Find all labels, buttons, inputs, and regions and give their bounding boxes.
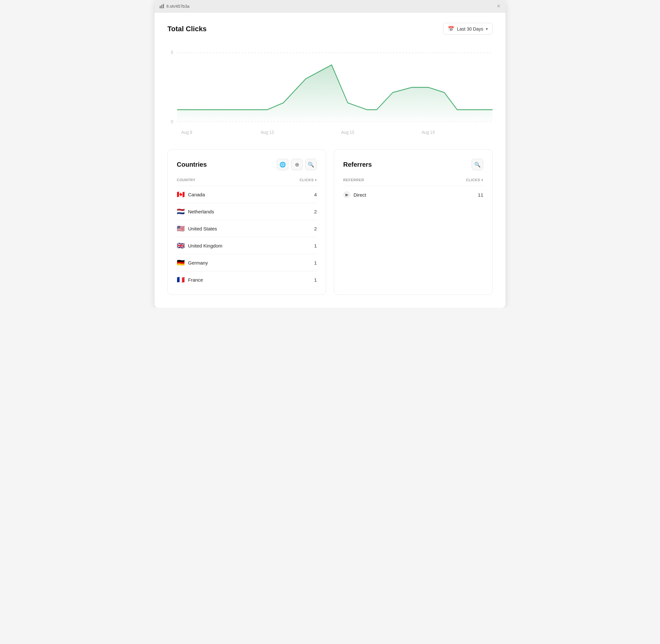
referrers-search-button[interactable]: 🔍 — [472, 159, 483, 170]
titlebar-url: fr.sh/457b3a — [166, 4, 190, 9]
date-filter-label: Last 30 Days — [457, 26, 483, 31]
countries-panel: Countries 🌐 ⊕ 🔍 — [167, 150, 326, 295]
country-clicks: 4 — [278, 186, 317, 203]
country-cell: 🇫🇷 France — [177, 271, 278, 289]
table-row: 🇨🇦 Canada 4 — [177, 186, 317, 203]
country-name: Germany — [188, 260, 208, 266]
table-row: 🇫🇷 France 1 — [177, 271, 317, 289]
chevron-down-icon: ▾ — [486, 27, 488, 31]
svg-text:Aug 15: Aug 15 — [341, 130, 354, 135]
chart-container: 5 0 Aug 8 Aug 13 Aug 15 Aug 19 — [167, 43, 493, 139]
direct-icon: ▶ — [343, 191, 350, 198]
table-row: 🇳🇱 Netherlands 2 — [177, 203, 317, 220]
referrers-title: Referrers — [343, 161, 372, 168]
country-flag: 🇨🇦 — [177, 191, 185, 198]
country-flag: 🇬🇧 — [177, 242, 185, 249]
country-clicks: 2 — [278, 220, 317, 237]
sort-icon: ▾ — [481, 178, 483, 182]
country-flag: 🇫🇷 — [177, 276, 185, 283]
sort-icon: ▾ — [315, 178, 317, 182]
close-button[interactable]: × — [497, 3, 500, 9]
date-filter-button[interactable]: 📅 Last 30 Days ▾ — [443, 23, 493, 35]
referrers-table: REFERRER CLICKS ▾ ▶ — [343, 178, 483, 203]
svg-text:Aug 13: Aug 13 — [260, 130, 274, 135]
table-row: 🇺🇸 United States 2 — [177, 220, 317, 237]
country-column-header: COUNTRY — [177, 178, 278, 186]
country-name: Canada — [188, 192, 205, 197]
globe-view-button[interactable]: 🌐 — [277, 159, 289, 170]
country-name: Netherlands — [188, 209, 214, 214]
countries-actions: 🌐 ⊕ 🔍 — [277, 159, 317, 170]
countries-title: Countries — [177, 161, 207, 168]
country-cell: 🇳🇱 Netherlands — [177, 203, 278, 220]
svg-text:0: 0 — [171, 119, 173, 124]
country-name: United Kingdom — [188, 243, 223, 249]
referrers-panel: Referrers 🔍 REFERRER CLICKS — [334, 150, 493, 295]
country-clicks-column-header: CLICKS ▾ — [278, 178, 317, 186]
country-name: France — [188, 277, 203, 282]
country-clicks: 1 — [278, 271, 317, 289]
country-flag: 🇩🇪 — [177, 259, 185, 266]
referrers-actions: 🔍 — [472, 159, 483, 170]
table-row: 🇩🇪 Germany 1 — [177, 254, 317, 271]
globe-icon: 🌐 — [279, 162, 286, 168]
countries-table: COUNTRY CLICKS ▾ 🇨🇦 — [177, 178, 317, 288]
svg-text:Aug 8: Aug 8 — [181, 130, 192, 135]
app-window: fr.sh/457b3a × Total Clicks 📅 Last 30 Da… — [155, 0, 505, 308]
referrer-clicks: 11 — [423, 186, 483, 204]
globe-plus-icon: ⊕ — [295, 162, 299, 168]
referrer-column-header: REFERRER — [343, 178, 423, 186]
country-cell: 🇩🇪 Germany — [177, 254, 278, 271]
calendar-icon: 📅 — [448, 26, 454, 32]
referrers-panel-header: Referrers 🔍 — [343, 159, 483, 170]
countries-search-button[interactable]: 🔍 — [305, 159, 317, 170]
svg-text:5: 5 — [171, 50, 173, 55]
country-cell: 🇬🇧 United Kingdom — [177, 237, 278, 254]
search-icon: 🔍 — [474, 162, 481, 168]
panels: Countries 🌐 ⊕ 🔍 — [167, 150, 493, 295]
country-name: United States — [188, 226, 217, 231]
country-flag: 🇳🇱 — [177, 208, 185, 215]
chart-title: Total Clicks — [167, 25, 207, 33]
titlebar-left: fr.sh/457b3a — [160, 4, 190, 9]
chart-header: Total Clicks 📅 Last 30 Days ▾ — [167, 23, 493, 35]
country-cell: 🇺🇸 United States — [177, 220, 278, 237]
country-flag: 🇺🇸 — [177, 225, 185, 232]
referrer-cell: ▶ Direct — [343, 186, 423, 204]
titlebar: fr.sh/457b3a × — [155, 0, 505, 13]
country-clicks: 1 — [278, 254, 317, 271]
countries-panel-header: Countries 🌐 ⊕ 🔍 — [177, 159, 317, 170]
country-cell: 🇨🇦 Canada — [177, 186, 278, 203]
referrer-name: Direct — [354, 192, 366, 198]
svg-text:Aug 19: Aug 19 — [422, 130, 435, 135]
table-row: 🇬🇧 United Kingdom 1 — [177, 237, 317, 254]
country-clicks: 1 — [278, 237, 317, 254]
table-row: ▶ Direct 11 — [343, 186, 483, 204]
country-clicks: 2 — [278, 203, 317, 220]
bar-chart-icon — [160, 4, 164, 8]
referrer-clicks-column-header: CLICKS ▾ — [423, 178, 483, 186]
chart-svg: 5 0 Aug 8 Aug 13 Aug 15 Aug 19 — [167, 43, 493, 139]
search-icon: 🔍 — [308, 162, 314, 168]
main-content: Total Clicks 📅 Last 30 Days ▾ — [155, 13, 505, 308]
globe-plus-button[interactable]: ⊕ — [291, 159, 303, 170]
